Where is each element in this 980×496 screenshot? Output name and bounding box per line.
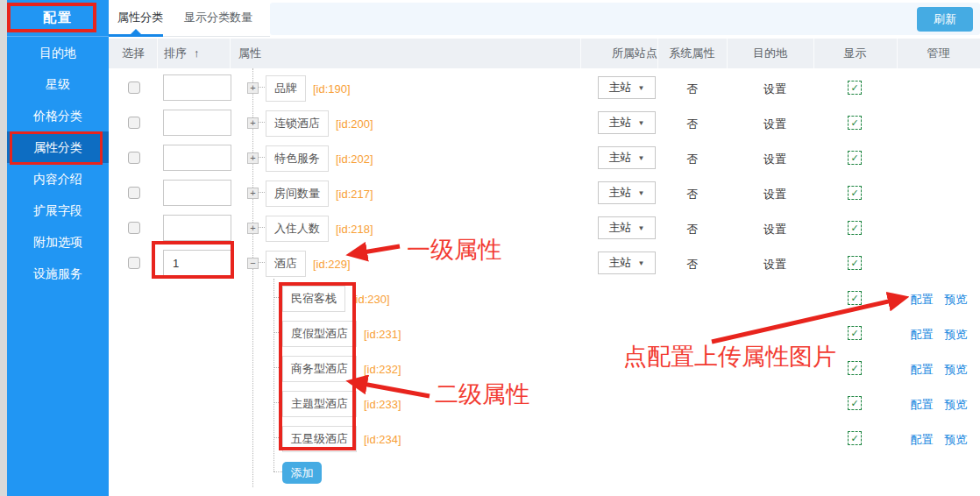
expand-toggle-icon[interactable]: +	[247, 223, 259, 234]
sort-input[interactable]	[163, 74, 231, 101]
sidebar-item-content-intro[interactable]: 内容介绍	[7, 163, 109, 195]
collapse-toggle-icon[interactable]: −	[247, 258, 259, 269]
system-attr-value: 否	[653, 187, 732, 202]
col-header-sort: 排序↑	[164, 39, 200, 68]
display-checkbox-icon[interactable]: ✓	[848, 431, 862, 445]
refresh-button[interactable]: 刷新	[917, 7, 973, 32]
header-separator	[727, 39, 728, 68]
destination-set-link[interactable]: 设置	[735, 117, 814, 132]
config-link[interactable]: 配置	[911, 327, 934, 343]
site-select[interactable]: 主站▼	[598, 111, 656, 134]
display-checkbox-icon[interactable]: ✓	[848, 151, 862, 165]
toolbar-panel	[270, 3, 980, 35]
display-checkbox-icon[interactable]: ✓	[848, 326, 862, 340]
row-checkbox[interactable]	[128, 81, 140, 94]
destination-set-link[interactable]: 设置	[735, 257, 814, 273]
site-select[interactable]: 主站▼	[598, 252, 656, 274]
child-attribute-name-box[interactable]: 五星级酒店	[282, 426, 357, 452]
sidebar-item-additional-options[interactable]: 附加选项	[7, 226, 109, 258]
display-checkbox-icon[interactable]: ✓	[848, 396, 862, 410]
sidebar-header-config[interactable]: 配置	[7, 0, 109, 37]
site-select[interactable]: 主站▼	[598, 216, 656, 239]
table-row: + 房间数量[id:217] 主站▼ 否 设置 ✓	[109, 175, 980, 210]
display-checkbox-icon[interactable]: ✓	[848, 221, 862, 235]
site-select[interactable]: 主站▼	[598, 146, 656, 169]
dropdown-arrow-icon: ▼	[638, 224, 645, 232]
attribute-name-box[interactable]: 酒店	[266, 251, 306, 277]
preview-link[interactable]: 预览	[945, 432, 968, 448]
child-attribute-name-box[interactable]: 度假型酒店	[282, 321, 357, 347]
sidebar-item-destination[interactable]: 目的地	[7, 37, 109, 68]
row-checkbox[interactable]	[128, 187, 140, 199]
sort-input[interactable]	[163, 250, 231, 276]
row-checkbox[interactable]	[128, 257, 140, 269]
attribute-name-box[interactable]: 品牌	[266, 75, 306, 102]
dropdown-arrow-icon: ▼	[638, 189, 645, 197]
child-attribute-name-box[interactable]: 商务型酒店	[282, 356, 357, 382]
attribute-name-box[interactable]: 房间数量	[266, 181, 329, 207]
preview-link[interactable]: 预览	[945, 327, 968, 343]
child-attribute-name-box[interactable]: 民宿客栈	[282, 286, 345, 312]
add-button[interactable]: 添加	[282, 462, 322, 484]
child-row: 商务型酒店[id:232] ✓ 配置预览	[109, 351, 980, 386]
site-select-value: 主站	[609, 150, 632, 166]
preview-link[interactable]: 预览	[945, 362, 968, 378]
display-checkbox-icon[interactable]: ✓	[848, 291, 862, 305]
site-select[interactable]: 主站▼	[598, 181, 656, 204]
active-tab-pointer-icon	[131, 29, 141, 34]
attribute-name-box[interactable]: 连锁酒店	[266, 110, 329, 137]
table-row: + 连锁酒店[id:200] 主站▼ 否 设置 ✓	[109, 105, 980, 140]
sidebar-item-price-category[interactable]: 价格分类	[7, 100, 109, 131]
col-header-system-attr: 系统属性	[657, 39, 727, 68]
destination-set-link[interactable]: 设置	[735, 81, 814, 97]
system-attr-value: 否	[653, 222, 732, 237]
header-separator	[897, 39, 898, 68]
system-attr-value: 否	[653, 81, 732, 97]
sidebar-item-star-level[interactable]: 星级	[7, 68, 109, 100]
child-attribute-name-box[interactable]: 主题型酒店	[282, 391, 357, 417]
site-select-value: 主站	[609, 255, 632, 271]
sort-input[interactable]	[163, 215, 231, 241]
attribute-name-box[interactable]: 特色服务	[266, 145, 329, 172]
expand-toggle-icon[interactable]: +	[247, 188, 259, 199]
tab-show-category-count[interactable]: 显示分类数量	[184, 0, 252, 35]
table-row: + 入住人数[id:218] 主站▼ 否 设置 ✓	[109, 210, 980, 245]
preview-link[interactable]: 预览	[945, 397, 968, 413]
dropdown-arrow-icon: ▼	[638, 84, 645, 92]
config-link[interactable]: 配置	[911, 397, 934, 413]
site-select[interactable]: 主站▼	[598, 76, 656, 99]
destination-set-link[interactable]: 设置	[735, 152, 814, 167]
sort-input[interactable]	[163, 110, 231, 136]
display-checkbox-icon[interactable]: ✓	[848, 116, 862, 130]
row-checkbox[interactable]	[128, 222, 140, 234]
sidebar-item-facility-services[interactable]: 设施服务	[7, 258, 109, 289]
config-link[interactable]: 配置	[911, 432, 934, 448]
config-link[interactable]: 配置	[911, 292, 934, 308]
attribute-id-label: [id:202]	[336, 152, 373, 166]
expand-toggle-icon[interactable]: +	[247, 152, 259, 164]
config-link[interactable]: 配置	[911, 362, 934, 378]
tabbar-divider	[163, 36, 270, 37]
display-checkbox-icon[interactable]: ✓	[848, 186, 862, 200]
sidebar-item-extended-fields[interactable]: 扩展字段	[7, 195, 109, 226]
display-checkbox-icon[interactable]: ✓	[848, 256, 862, 270]
destination-set-link[interactable]: 设置	[735, 187, 814, 202]
destination-set-link[interactable]: 设置	[735, 222, 814, 237]
sidebar-item-attribute-category[interactable]: 属性分类	[7, 131, 109, 163]
row-checkbox[interactable]	[128, 152, 140, 164]
display-checkbox-icon[interactable]: ✓	[848, 81, 862, 95]
row-checkbox[interactable]	[128, 117, 140, 129]
expand-toggle-icon[interactable]: +	[247, 117, 259, 129]
attribute-id-label: [id:233]	[364, 398, 401, 411]
display-checkbox-icon[interactable]: ✓	[848, 361, 862, 375]
header-separator	[157, 39, 158, 68]
preview-link[interactable]: 预览	[945, 292, 968, 308]
sort-input[interactable]	[163, 180, 231, 206]
expand-toggle-icon[interactable]: +	[247, 82, 259, 94]
attribute-name-box[interactable]: 入住人数	[266, 216, 329, 242]
sort-ascending-icon[interactable]: ↑	[194, 46, 200, 60]
site-select-value: 主站	[609, 115, 632, 131]
attribute-id-label: [id:200]	[336, 117, 373, 131]
sort-input[interactable]	[163, 145, 231, 171]
child-row: 主题型酒店[id:233] ✓ 配置预览	[109, 386, 980, 421]
